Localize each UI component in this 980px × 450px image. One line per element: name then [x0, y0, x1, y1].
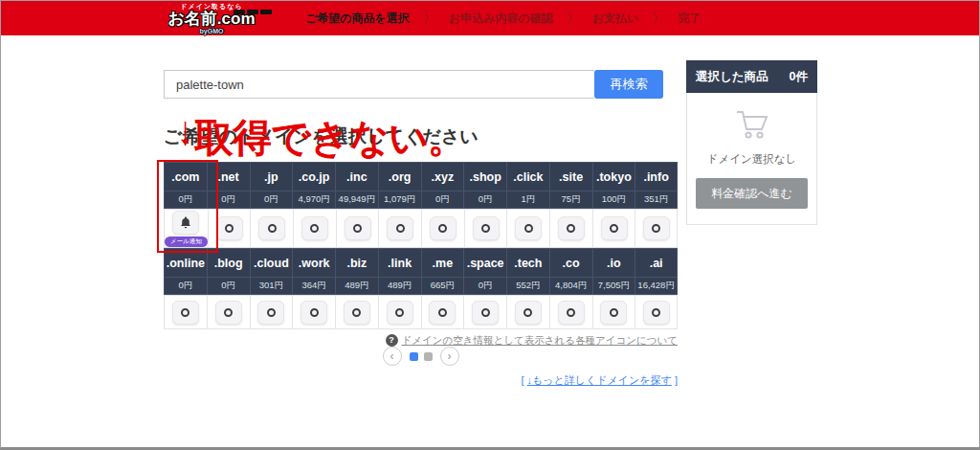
select-domain-button[interactable] [258, 216, 285, 240]
tld-header-cell: .site [549, 162, 592, 191]
select-domain-button[interactable] [345, 216, 371, 240]
circle-available-icon [652, 224, 660, 233]
tld-header-cell: .cloud [250, 248, 293, 278]
more-link-row: [ ↓もっと詳しくドメインを探す ] [164, 371, 678, 388]
select-domain-button[interactable] [600, 301, 627, 325]
next-page-button[interactable]: › [440, 347, 459, 366]
tld-header-cell: .tokyo [592, 162, 635, 191]
circle-available-icon [395, 308, 404, 317]
onamae-logo[interactable]: ドメイン取るなら お名前.com byGMO [149, 3, 274, 35]
tld-header-cell: .me [421, 248, 464, 278]
circle-available-icon [567, 224, 575, 233]
tld-select-cell [463, 295, 506, 329]
prev-page-button[interactable]: ‹ [383, 347, 402, 366]
chevron-right-icon: 〉 [567, 10, 579, 27]
circle-available-icon [268, 224, 277, 233]
cart-icon [731, 106, 773, 141]
select-domain-button[interactable] [257, 301, 284, 325]
select-domain-button[interactable] [643, 301, 670, 325]
select-domain-button[interactable] [387, 301, 413, 325]
chevron-right-icon: 〉 [652, 10, 664, 27]
select-domain-button[interactable] [558, 216, 585, 240]
select-domain-button[interactable] [601, 216, 628, 240]
tld-header-cell: .com [164, 162, 207, 191]
select-domain-button[interactable] [172, 301, 199, 325]
select-domain-button[interactable] [429, 301, 456, 325]
breadcrumb-step: ご希望の商品を選択 [305, 11, 410, 27]
breadcrumb-step: お申込み内容の確認 [449, 11, 553, 27]
annotation-text: 取得できない。 [194, 112, 466, 165]
select-domain-button[interactable] [301, 216, 328, 240]
tld-header-cell: .ai [635, 248, 678, 278]
tld-select-cell [421, 295, 464, 329]
circle-available-icon [523, 308, 532, 317]
select-domain-button[interactable] [643, 216, 670, 240]
select-domain-button[interactable] [216, 216, 243, 240]
mail-notify-badge[interactable]: メール通知 [165, 236, 208, 247]
select-domain-button[interactable] [215, 301, 242, 325]
circle-available-icon [481, 308, 490, 317]
tld-price-cell: 364円 [292, 278, 335, 295]
select-domain-button[interactable] [387, 216, 413, 240]
tld-price-cell: 0円 [463, 191, 506, 209]
circle-available-icon [438, 224, 447, 233]
tld-header-cell: .work [292, 248, 335, 278]
bell-icon [180, 216, 191, 229]
tld-header-cell: .net [207, 162, 250, 191]
more-domains-link[interactable]: [ ↓もっと詳しくドメインを探す ] [521, 374, 678, 386]
tld-header-cell: .shop [463, 162, 506, 191]
select-domain-button[interactable] [473, 216, 500, 240]
research-button[interactable]: 再検索 [594, 70, 663, 99]
select-domain-button[interactable] [515, 301, 542, 325]
tld-select-cell [549, 209, 592, 248]
tld-price-cell: 49,949円 [335, 191, 378, 209]
select-domain-button[interactable] [430, 216, 457, 240]
tld-header-cell: .info [635, 162, 678, 191]
tld-price-cell: 7,505円 [592, 278, 635, 295]
selected-items-count: 0件 [790, 69, 808, 85]
icon-help-link[interactable]: ドメインの空き情報として表示される各種アイコンについて [402, 334, 678, 346]
tld-select-cell [378, 295, 421, 329]
tld-select-cell [635, 295, 678, 329]
search-input[interactable] [164, 70, 594, 99]
selected-items-panel: 選択した商品 0件 ドメイン選択なし 料金確認へ進む [686, 60, 817, 225]
tld-price-cell: 0円 [164, 191, 207, 209]
tld-select-cell [207, 295, 250, 329]
tld-price-cell: 0円 [207, 278, 250, 295]
tld-header-cell: .io [592, 248, 635, 278]
tld-price-cell: 301円 [250, 278, 293, 295]
page-dot-inactive[interactable] [424, 352, 433, 361]
select-domain-button[interactable] [558, 301, 585, 325]
tld-header-cell: .org [378, 162, 421, 191]
tld-select-cell [506, 209, 549, 248]
tld-header-cell: .online [164, 248, 207, 278]
tld-price-cell: 552円 [506, 278, 549, 295]
notify-button[interactable] [172, 211, 199, 235]
select-domain-button[interactable] [344, 301, 370, 325]
page-dot-active[interactable] [410, 352, 418, 361]
select-domain-button[interactable] [301, 301, 327, 325]
tld-header-cell: .xyz [421, 162, 464, 191]
breadcrumb-step: 完了 [678, 11, 701, 27]
circle-available-icon [481, 224, 490, 233]
circle-available-icon [353, 224, 362, 233]
circle-available-icon [310, 308, 319, 317]
tld-select-cell [506, 295, 549, 329]
breadcrumb-step: お支払い [592, 11, 639, 27]
select-domain-button[interactable] [515, 216, 542, 240]
tld-select-cell [250, 295, 293, 329]
breadcrumb: ご希望の商品を選択〉お申込み内容の確認〉お支払い〉完了 [305, 1, 701, 35]
proceed-to-price-button[interactable]: 料金確認へ進む [696, 178, 808, 209]
tld-price-cell: 1円 [506, 191, 549, 209]
select-domain-button[interactable] [472, 301, 499, 325]
circle-available-icon [225, 224, 234, 233]
tld-select-cell [164, 295, 207, 329]
pagination: ‹ › [164, 347, 678, 366]
tld-header-cell: .link [378, 248, 421, 278]
domain-search-bar: 再検索 [164, 70, 663, 99]
chevron-right-icon: 〉 [423, 10, 435, 27]
logo-by-gmo: byGMO [149, 28, 274, 35]
selected-items-title: 選択した商品 [696, 69, 768, 85]
tld-price-cell: 665円 [421, 278, 464, 295]
page-dots [410, 352, 433, 361]
